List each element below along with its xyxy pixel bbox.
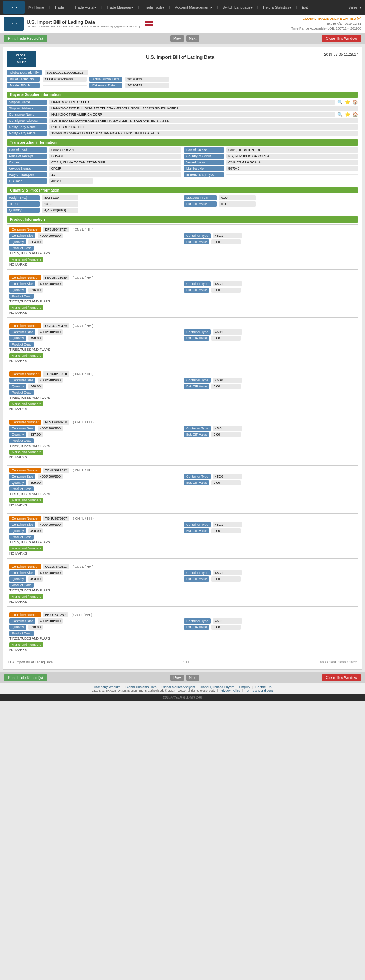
buyer-supplier-label: Buyer & Supplier information [7, 92, 358, 98]
container-cn-detail-8: ( CN / L / HH ) [72, 613, 92, 617]
container-number-value-3: TCNU8295760 [43, 371, 69, 377]
marks-value-8: NO MARKS [10, 647, 355, 652]
container-type-label-6: Container Type [184, 522, 210, 527]
nav-language[interactable]: Switch Language▾ [223, 5, 253, 10]
container-number-value-2: CCLU7739479 [43, 323, 69, 328]
container-number-label-6: Container Number [10, 516, 41, 521]
nav-account[interactable]: Account Management▾ [175, 5, 212, 10]
nav-trade-portal[interactable]: Trade Portal▾ [75, 5, 96, 10]
product-desc-value-0: TIRES,TUBES AND FLAPS [10, 251, 355, 256]
container-cif-label-1: Est. CIF Value [184, 288, 209, 293]
close-button-bottom[interactable]: Close This Window [322, 674, 361, 681]
container-number-label-3: Container Number [10, 371, 41, 377]
container-cif-value-2: 0.00 [211, 336, 241, 341]
marks-label-4: Marks and Numbers [10, 450, 43, 455]
master-bol-value [43, 84, 86, 86]
product-desc-label-1: Product Desc [10, 294, 33, 299]
container-type-label-7: Container Type [184, 570, 210, 575]
nav-myhome[interactable]: My Home [29, 5, 44, 10]
product-desc-value-5: TIRES,TUBES AND FLAPS [10, 492, 355, 496]
vessel-name-label: Vessel Name [184, 160, 224, 165]
doc-footer-page: 1 / 1 [183, 660, 190, 664]
container-number-label-2: Container Number [10, 323, 41, 328]
product-desc-value-3: TIRES,TUBES AND FLAPS [10, 395, 355, 400]
buyer-supplier-section: Buyer & Supplier information Shipper Nam… [7, 92, 358, 136]
container-cif-value-3: 0.00 [211, 384, 241, 389]
container-type-value-5: 45G0 [213, 474, 242, 479]
print-button-bottom[interactable]: Print Trade Record(s) [4, 674, 48, 681]
container-qty-label-0: Quantity [10, 239, 26, 245]
container-cn-detail-0: ( CN / L / HH ) [73, 228, 94, 231]
product-desc-value-6: TIRES,TUBES AND FLAPS [10, 539, 355, 545]
carrier-value: COSU, CHINA OCEAN STEAMSHIP [49, 160, 181, 165]
marks-value-4: NO MARKS [10, 455, 355, 460]
search-icon-shipper[interactable]: 🔍 [337, 100, 343, 105]
home-icon-consignee[interactable]: 🏠 [352, 112, 358, 117]
marks-value-1: NO MARKS [10, 310, 355, 315]
home-icon-shipper[interactable]: 🏠 [352, 100, 358, 105]
shipper-name-value: HANKOOK TIRE CO LTD [49, 100, 335, 105]
container-qty-value-8: 510.00 [29, 625, 43, 630]
carrier-label: Carrier [7, 160, 47, 165]
product-desc-label-0: Product Desc [10, 245, 33, 251]
container-type-value-0: 45G1 [213, 233, 242, 238]
print-bar-top: Print Trade Record(s) Prev Next Close Th… [0, 33, 365, 44]
notify-party-addr-label: Notify Party Addre. [7, 130, 47, 136]
footer-global-buyers[interactable]: Global Qualified Buyers [200, 685, 234, 689]
container-qty-value-7: 453.00 [29, 576, 43, 582]
star-icon-consignee[interactable]: ⭐ [345, 112, 351, 117]
quantity-label: Quantity [7, 208, 40, 213]
next-button-top[interactable]: Next [186, 35, 200, 41]
bill-of-lading-value: COSU6193219600 [43, 76, 86, 82]
footer-contact[interactable]: Contact Us [255, 685, 271, 689]
nav-sales[interactable]: Sales ▼ [348, 5, 362, 10]
consignee-name-label: Consignee Name [7, 112, 47, 117]
search-icon-consignee[interactable]: 🔍 [337, 112, 343, 117]
consignee-name-value: HANKOOK TIRE AMERICA CORP [49, 112, 335, 117]
container-size-label-6: Container Size [10, 522, 35, 527]
prev-button-top[interactable]: Prev [171, 35, 184, 41]
footer-privacy[interactable]: Privacy Policy [220, 689, 240, 692]
footer-enquiry[interactable]: Enquiry [239, 685, 250, 689]
notify-party-addr-value: 152-60 ROCKAWAY BOULEVARD JAMAICA NY 114… [49, 130, 358, 136]
marks-label-1: Marks and Numbers [10, 305, 43, 310]
teus-label: TEUS [7, 201, 40, 207]
container-cif-label-8: Est. CIF Value [184, 625, 209, 630]
product-section: Product Information Container Number DFS… [7, 216, 358, 655]
next-button-bottom[interactable]: Next [186, 675, 200, 681]
nav-trade[interactable]: Trade [54, 5, 64, 10]
prev-button-bottom[interactable]: Prev [171, 675, 184, 681]
marks-label-2: Marks and Numbers [10, 353, 43, 358]
container-size-label-7: Container Size [10, 570, 35, 575]
nav-exit[interactable]: Exit [302, 5, 308, 10]
container-cif-label-6: Est. CIF Value [184, 528, 209, 533]
container-qty-label-1: Quantity [10, 288, 26, 293]
footer-global-market[interactable]: Global Market Analysis [161, 685, 195, 689]
container-cif-label-3: Est. CIF Value [184, 384, 209, 389]
container-size-value-4: 4000*900*900 [38, 426, 63, 431]
footer-company-website[interactable]: Company Website [94, 685, 120, 689]
container-number-label-4: Container Number [10, 420, 41, 425]
quantity-value: 4,259.00(PKG) [42, 208, 78, 213]
container-cn-detail-4: ( CN / L / HH ) [73, 420, 94, 424]
footer-global-customs[interactable]: Global Customs Data [125, 685, 156, 689]
container-cn-detail-5: ( CN / L / HH ) [73, 468, 94, 472]
nav-trade-tools[interactable]: Trade Tools▾ [144, 5, 165, 10]
container-type-label-3: Container Type [184, 378, 210, 383]
footer-terms[interactable]: Terms & Conditions [245, 689, 273, 692]
product-container-block: Container Number DFSU9049737 ( CN / L / … [7, 224, 358, 270]
nav-help[interactable]: Help & Statistics▾ [263, 5, 291, 10]
print-button-top[interactable]: Print Trade Record(s) [4, 35, 48, 42]
container-size-label-1: Container Size [10, 281, 35, 286]
close-button-top[interactable]: Close This Window [322, 35, 361, 42]
star-icon-shipper[interactable]: ⭐ [345, 100, 351, 105]
container-number-value-6: TGHU9870907 [43, 516, 70, 521]
port-of-unload-value: 5301, HOUSTON, TX [226, 147, 358, 153]
weight-value: 80,552.00 [42, 195, 78, 200]
consignee-address-value: SUITE 600 333 COMMERCE STREET NASHVILLE … [49, 118, 358, 123]
container-number-value-1: FSCU5723089 [43, 275, 69, 280]
container-cn-detail-2: ( CN / L / HH ) [73, 324, 94, 328]
nav-trade-manager[interactable]: Trade Manager▾ [107, 5, 133, 10]
print-bar-bottom: Print Trade Record(s) Prev Next Close Th… [0, 673, 365, 683]
marks-label-5: Marks and Numbers [10, 498, 43, 503]
